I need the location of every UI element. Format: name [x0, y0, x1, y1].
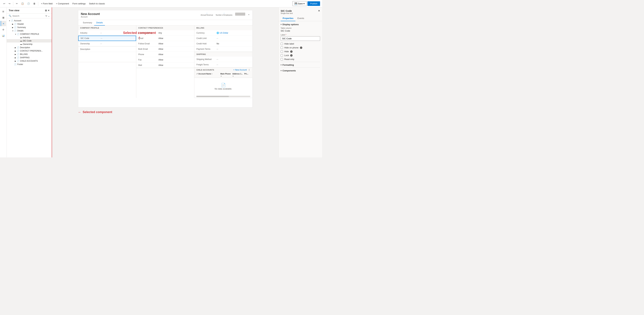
- field-row-payment-terms[interactable]: Payment Terms ···: [194, 46, 252, 52]
- field-row-credit-limit[interactable]: Credit Limit ···: [194, 36, 252, 41]
- field-row-sic-code[interactable]: SIC Code ··· Selected component ↑: [78, 36, 136, 41]
- field-row-phone[interactable]: Phone Allow: [136, 52, 194, 57]
- header-chevron-button[interactable]: ⌄: [248, 13, 250, 16]
- contact-pref-section: CONTACT PREFERENCES Contact Method Any E…: [136, 26, 194, 68]
- child-more-button[interactable]: ⋮: [248, 69, 250, 71]
- hide-label-checkbox[interactable]: [281, 43, 283, 45]
- company-profile-label: COMPANY PROFILE: [20, 33, 39, 35]
- component-button[interactable]: + Component: [54, 2, 70, 6]
- hide-on-phone-checkbox[interactable]: [281, 47, 283, 49]
- field-row-ownership[interactable]: Ownership ···: [78, 41, 136, 46]
- description-section: Description: [78, 47, 136, 62]
- field-row-currency[interactable]: Currency 🌐 US Dollar: [194, 30, 252, 36]
- panel-close-button[interactable]: ✕: [318, 10, 320, 12]
- undo-button[interactable]: ↩: [2, 2, 6, 6]
- redo-button[interactable]: ↪: [7, 2, 12, 6]
- tree-item-summary[interactable]: ▶ 📄 Summary: [7, 26, 52, 29]
- hide-row[interactable]: Hide i: [281, 50, 320, 53]
- field-row-bulk-email[interactable]: Bulk Email Allow: [136, 46, 194, 52]
- tree-item-company-profile[interactable]: ▾ 📄 COMPANY PROFILE: [7, 33, 52, 36]
- industry-icon: ▬: [20, 36, 22, 39]
- copy-button[interactable]: 📋: [20, 2, 25, 6]
- hide-on-phone-row[interactable]: Hide on phone i: [281, 46, 320, 49]
- tree-close-button[interactable]: ✕: [48, 9, 50, 12]
- read-only-checkbox[interactable]: [281, 58, 283, 61]
- field-row-email[interactable]: Email Allow: [136, 36, 194, 41]
- tree-item-header[interactable]: ▶ 📄 Header: [7, 22, 52, 26]
- formatting-header[interactable]: ▾ Formatting: [281, 64, 320, 66]
- history-button[interactable]: 🕐: [26, 2, 31, 6]
- canvas-annotations: ← Selected component: [78, 108, 252, 117]
- search-input[interactable]: [12, 15, 44, 17]
- tree-item-account[interactable]: ▾ 📄 Account: [7, 19, 52, 22]
- tree-item-ownership[interactable]: ▬ Ownership: [7, 43, 52, 46]
- tree-item-shipping[interactable]: ▶ 📄 SHIPPING: [7, 56, 52, 59]
- field-row-description[interactable]: Description: [78, 47, 136, 52]
- nav-components-button[interactable]: ⚙: [1, 27, 6, 32]
- scroll-bar[interactable]: [196, 96, 250, 97]
- field-row-industry[interactable]: Industry ···: [78, 30, 136, 36]
- child-accounts-section: CHILD ACCOUNTS + New Account ⋮ ✓ Account…: [194, 68, 252, 98]
- field-row-fax[interactable]: Fax Allow: [136, 57, 194, 63]
- form-settings-button[interactable]: Form settings: [71, 2, 87, 6]
- icon-nav: ⊞ ▦ ≡ ⚙ 📊 ?: [0, 8, 7, 157]
- hide-label-row[interactable]: Hide label: [281, 43, 320, 45]
- hide-on-phone-info-icon[interactable]: i: [300, 47, 302, 49]
- filter-button[interactable]: ▽: [46, 15, 47, 17]
- mail-value: Allow: [158, 64, 192, 66]
- delete-button[interactable]: 🗑: [32, 2, 37, 6]
- publish-button[interactable]: Publish: [308, 1, 320, 6]
- hide-info-icon[interactable]: i: [290, 50, 292, 53]
- selected-component-bottom-label: Selected component: [83, 110, 112, 114]
- col-main-phone: Main Phone ⌄: [220, 73, 232, 77]
- field-row-mail[interactable]: Mail Allow: [136, 63, 194, 68]
- switch-classic-button[interactable]: Switch to classic: [88, 2, 106, 6]
- components-header[interactable]: ▾ Components: [281, 69, 320, 72]
- tree-item-details[interactable]: ▾ 📄 Details: [7, 29, 52, 33]
- currency-value: 🌐 US Dollar: [216, 32, 250, 34]
- field-row-contact-method[interactable]: Contact Method Any: [136, 30, 194, 36]
- follow-email-value: Allow: [158, 43, 192, 45]
- nav-data-button[interactable]: 📊: [1, 33, 6, 38]
- save-button[interactable]: 💾 Save ▾: [292, 1, 307, 6]
- form-field-button[interactable]: + Form field: [40, 2, 54, 6]
- description-field-label: Description: [80, 48, 100, 50]
- lock-row[interactable]: Lock i: [281, 54, 320, 57]
- ownership-field-label: Ownership: [80, 43, 100, 45]
- field-row-freight-terms[interactable]: Freight Terms ···: [194, 62, 252, 67]
- form-record-info: New Account Account: [81, 12, 100, 18]
- tab-details[interactable]: Details: [94, 20, 105, 26]
- display-options-header[interactable]: ▾ Display options: [281, 23, 320, 26]
- tab-summary[interactable]: Summary: [81, 20, 94, 26]
- lock-info-icon[interactable]: i: [290, 54, 292, 57]
- tree-item-contact-pref[interactable]: ▶ 📄 CONTACT PREFEREN...: [7, 49, 52, 53]
- tree-item-sic-code[interactable]: ▬ SIC Code: [7, 39, 52, 43]
- tree-item-child-accounts[interactable]: ▶ 📄 CHILD ACCOUNTS: [7, 59, 52, 63]
- contact-method-label: Contact Method: [138, 32, 158, 34]
- sort-button[interactable]: ⌄: [48, 15, 50, 17]
- label-input[interactable]: [281, 36, 320, 41]
- tree-item-industry[interactable]: ▬ Industry: [7, 36, 52, 39]
- tree-item-description[interactable]: ▶ 📄 Description: [7, 46, 52, 49]
- tab-properties[interactable]: Properties: [281, 16, 296, 21]
- field-row-shipping-method[interactable]: Shipping Method ···: [194, 57, 252, 62]
- tree-item-billing[interactable]: ▶ 📄 BILLING: [7, 53, 52, 56]
- tab-events[interactable]: Events: [296, 16, 306, 21]
- tree-item-footer[interactable]: 📄 Footer: [7, 63, 52, 66]
- new-account-button[interactable]: + New Account: [233, 69, 247, 71]
- nav-grid-button[interactable]: ▦: [1, 15, 6, 20]
- property-panel: SIC Code Single-line text ✕ Properties E…: [278, 8, 322, 157]
- email-value: Allow: [158, 37, 192, 40]
- nav-home-button[interactable]: ⊞: [1, 9, 6, 14]
- cut-button[interactable]: ✂: [14, 2, 19, 6]
- expand-icon: ▶: [14, 54, 17, 55]
- hide-checkbox[interactable]: [281, 50, 283, 53]
- field-row-credit-hold[interactable]: Credit Hold No: [194, 41, 252, 46]
- form-body: COMPANY PROFILE Industry ··· SIC Code ··…: [78, 26, 252, 98]
- no-data-label: No data available.: [196, 88, 250, 90]
- lock-checkbox[interactable]: [281, 54, 283, 57]
- field-row-follow-email[interactable]: Follow Email Allow: [136, 41, 194, 46]
- tree-filter-button[interactable]: ⊞: [45, 9, 47, 12]
- nav-layers-button[interactable]: ≡: [1, 21, 6, 26]
- read-only-row[interactable]: Read-only: [281, 58, 320, 61]
